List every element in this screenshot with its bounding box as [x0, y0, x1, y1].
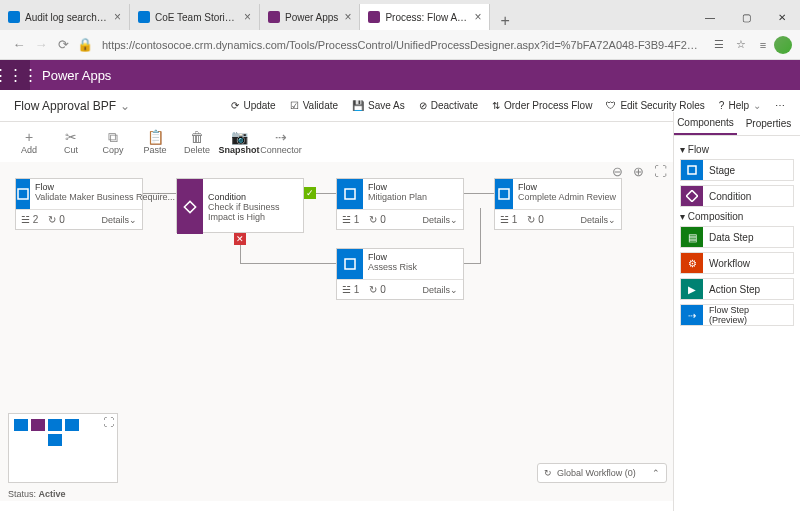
- flow-icon: [337, 249, 363, 279]
- process-title[interactable]: Flow Approval BPF⌄: [8, 99, 136, 113]
- close-button[interactable]: ✕: [764, 4, 800, 30]
- condition-no-badge: ✕: [234, 233, 246, 245]
- stage-node[interactable]: FlowMitigation Plan ☱ 1↻ 0Details ⌄: [336, 178, 464, 230]
- browser-tab[interactable]: CoE Team Stories Board - Boards×: [130, 4, 260, 30]
- svg-rect-4: [345, 189, 355, 199]
- designer-canvas[interactable]: ⊖ ⊕ ⛶ FlowValidate Maker Business Requir…: [0, 162, 673, 501]
- component-workflow[interactable]: ⚙Workflow: [680, 252, 794, 274]
- save-as-button[interactable]: 💾Save As: [345, 90, 412, 122]
- section-flow[interactable]: ▾ Flow: [680, 144, 794, 155]
- connector: [240, 263, 336, 264]
- section-composition[interactable]: ▾ Composition: [680, 211, 794, 222]
- workflow-icon: ⚙: [681, 253, 703, 273]
- global-workflow-bar[interactable]: ↻ Global Workflow (0) ⌃: [537, 463, 667, 483]
- profile-avatar[interactable]: [774, 36, 792, 54]
- details-toggle[interactable]: Details ⌄: [422, 285, 458, 295]
- copy-tool[interactable]: ⧉Copy: [92, 124, 134, 160]
- security-icon: 🛡: [606, 100, 616, 111]
- deactivate-icon: ⊘: [419, 100, 427, 111]
- order-process-button[interactable]: ⇅Order Process Flow: [485, 90, 599, 122]
- data-step-icon: ▤: [681, 227, 703, 247]
- lock-icon: 🔒: [74, 34, 96, 56]
- cut-tool[interactable]: ✂Cut: [50, 124, 92, 160]
- help-icon: ?: [719, 100, 725, 111]
- flow-icon: [495, 179, 513, 209]
- cut-icon: ✂: [65, 129, 77, 145]
- app-header: ⋮⋮⋮ Power Apps: [0, 60, 800, 90]
- tab-components[interactable]: Components: [674, 112, 737, 135]
- minimap[interactable]: ⛶: [8, 413, 118, 483]
- expand-icon[interactable]: ⛶: [103, 416, 114, 428]
- browser-tab[interactable]: Audit log search - Security & C×: [0, 4, 130, 30]
- connector: [464, 263, 480, 264]
- svg-rect-3: [184, 201, 195, 212]
- action-step-icon: ▶: [681, 279, 703, 299]
- paste-tool[interactable]: 📋Paste: [134, 124, 176, 160]
- forward-button[interactable]: →: [30, 34, 52, 56]
- stage-node[interactable]: FlowComplete Admin Review ☱ 1↻ 0Details …: [494, 178, 622, 230]
- tab-properties[interactable]: Properties: [737, 112, 800, 135]
- condition-yes-badge: ✓: [304, 187, 316, 199]
- svg-rect-1: [686, 190, 697, 201]
- stage-icon: [681, 160, 703, 180]
- update-button[interactable]: ⟳Update: [224, 90, 282, 122]
- snapshot-tool[interactable]: 📷Snapshot: [218, 124, 260, 160]
- camera-icon: 📷: [231, 129, 248, 145]
- reader-icon[interactable]: ☰: [708, 34, 730, 56]
- condition-icon: [177, 179, 203, 234]
- maximize-button[interactable]: ▢: [728, 4, 764, 30]
- component-stage[interactable]: Stage: [680, 159, 794, 181]
- connector-tool[interactable]: ⇢Connector: [260, 124, 302, 160]
- details-toggle[interactable]: Details ⌄: [580, 215, 616, 225]
- address-bar[interactable]: https://contosocoe.crm.dynamics.com/Tool…: [96, 36, 708, 54]
- svg-rect-5: [499, 189, 509, 199]
- favorites-list-icon[interactable]: ≡: [752, 34, 774, 56]
- close-icon[interactable]: ×: [344, 10, 351, 24]
- component-data-step[interactable]: ▤Data Step: [680, 226, 794, 248]
- stage-node[interactable]: FlowValidate Maker Business Require... ☱…: [15, 178, 143, 230]
- delete-icon: 🗑: [190, 129, 204, 145]
- component-condition[interactable]: Condition: [680, 185, 794, 207]
- details-toggle[interactable]: Details ⌄: [422, 215, 458, 225]
- condition-node[interactable]: ConditionCheck if Business Impact is Hig…: [176, 178, 304, 233]
- refresh-button[interactable]: ⟳: [52, 34, 74, 56]
- app-launcher-icon[interactable]: ⋮⋮⋮: [0, 60, 30, 90]
- component-action-step[interactable]: ▶Action Step: [680, 278, 794, 300]
- stage-node[interactable]: FlowAssess Risk ☱ 1↻ 0Details ⌄: [336, 248, 464, 300]
- app-title: Power Apps: [30, 68, 123, 83]
- flow-step-icon: ⇢: [681, 305, 703, 325]
- workflow-icon: ↻: [544, 468, 552, 478]
- component-flow-step[interactable]: ⇢Flow Step (Preview): [680, 304, 794, 326]
- connector: [480, 208, 481, 264]
- svg-rect-6: [345, 259, 355, 269]
- browser-tabstrip: Audit log search - Security & C× CoE Tea…: [0, 0, 800, 30]
- delete-tool[interactable]: 🗑Delete: [176, 124, 218, 160]
- zoom-out-button[interactable]: ⊖: [612, 164, 623, 179]
- address-bar-row: ← → ⟳ 🔒 https://contosocoe.crm.dynamics.…: [0, 30, 800, 60]
- chevron-up-icon: ⌃: [652, 468, 660, 478]
- browser-tab[interactable]: Power Apps×: [260, 4, 360, 30]
- flow-icon: [16, 179, 30, 209]
- connector-icon: ⇢: [275, 129, 287, 145]
- close-icon[interactable]: ×: [114, 10, 121, 24]
- svg-rect-0: [688, 166, 696, 174]
- browser-tab[interactable]: Process: Flow Approval BPF - M×: [360, 4, 490, 30]
- back-button[interactable]: ←: [8, 34, 30, 56]
- fit-screen-button[interactable]: ⛶: [654, 164, 667, 179]
- deactivate-button[interactable]: ⊘Deactivate: [412, 90, 485, 122]
- paste-icon: 📋: [147, 129, 164, 145]
- check-icon: ☑: [290, 100, 299, 111]
- validate-button[interactable]: ☑Validate: [283, 90, 345, 122]
- new-tab-button[interactable]: +: [490, 12, 519, 30]
- side-panel: Components Properties ▾ Flow Stage Condi…: [673, 112, 800, 511]
- close-icon[interactable]: ×: [244, 10, 251, 24]
- steps-count: ☱ 2: [21, 214, 38, 225]
- close-icon[interactable]: ×: [474, 10, 481, 24]
- details-toggle[interactable]: Details ⌄: [101, 215, 137, 225]
- refresh-icon: ⟳: [231, 100, 239, 111]
- zoom-in-button[interactable]: ⊕: [633, 164, 644, 179]
- add-tool[interactable]: +Add: [8, 124, 50, 160]
- minimize-button[interactable]: —: [692, 4, 728, 30]
- favorite-icon[interactable]: ☆: [730, 34, 752, 56]
- save-icon: 💾: [352, 100, 364, 111]
